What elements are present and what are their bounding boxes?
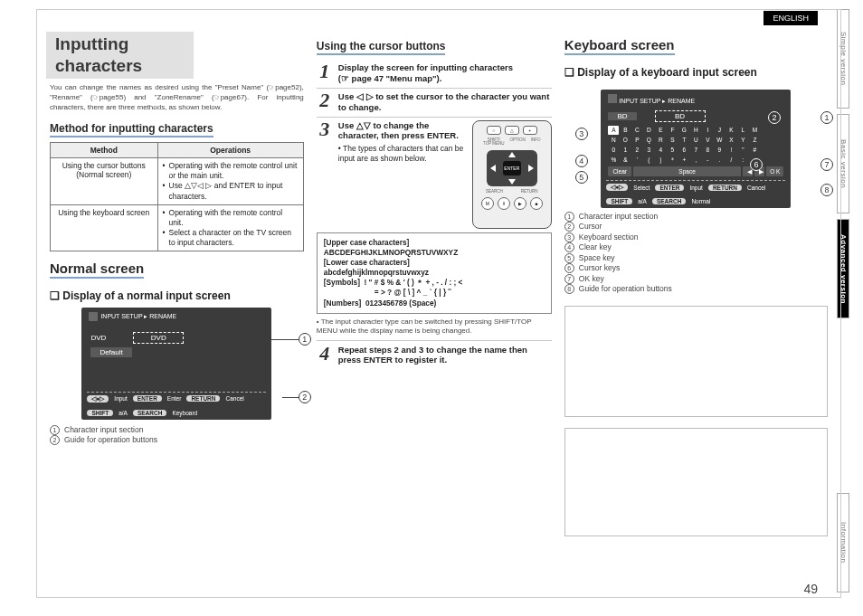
method-table: MethodOperations Using the cursor button… [50, 142, 304, 251]
page-frame: Inputting characters You can change the … [36, 9, 841, 598]
callout-4: 4 [575, 155, 588, 167]
remote-control-illustration: ○△+ SHIFT/TOP MENUOPTIONINFO ENTER SEARC… [472, 120, 552, 229]
normal-heading: Normal screen [50, 261, 144, 279]
callout-6: 6 [750, 158, 763, 171]
dpad: ENTER [487, 150, 537, 186]
callout-8: 8 [820, 184, 833, 196]
table-row: Using the keyboard screen Operating with… [51, 204, 304, 251]
callout-5: 5 [575, 171, 588, 184]
menu-icon [608, 94, 617, 103]
callout-1: 1 [299, 333, 311, 346]
remote-btn: ○ [487, 126, 501, 135]
method-heading: Method for inputting characters [50, 122, 213, 137]
arrow-right-icon [528, 165, 534, 172]
callout-7: 7 [820, 158, 833, 171]
normal-subheading: ❏ Display of a normal input screen [50, 289, 304, 303]
space-key: Space [633, 166, 741, 176]
normal-input-panel: INPUT SETUP ▸ RENAME DVDDVD Default ◁●▷I… [81, 308, 271, 420]
kb-operation-guide: ◁●▷Select ENTERInput RETURNCancel SHIFTa… [606, 180, 785, 204]
table-row: Using the cursor buttons (Normal screen)… [51, 158, 304, 204]
keyboard-heading: Keyboard screen [564, 37, 675, 55]
page-title: Inputting characters [46, 32, 194, 79]
step-1: 1 Display the screen for inputting chara… [317, 62, 552, 89]
input-value: DVD [133, 332, 184, 344]
intro-text: You can change the names as desired usin… [50, 83, 304, 112]
shift-note: • The input character type can be switch… [317, 317, 552, 336]
arrow-left-icon [490, 165, 496, 172]
arrow-down-icon [508, 179, 516, 185]
callout-1: 1 [820, 111, 833, 124]
keyboard-legend: 1Character input section 2Cursor 3Keyboa… [564, 212, 828, 295]
keyboard-input-panel: INPUT SETUP ▸ RENAME BD BD ABCDEFGHIJKLM… [601, 90, 791, 208]
callout-2: 2 [299, 391, 311, 403]
cursor-heading: Using the cursor buttons [317, 40, 446, 55]
enter-button: ENTER [503, 161, 521, 175]
character-types-box: [Upper case characters]ABCDEFGHIJKLMNOPQ… [317, 232, 552, 314]
column-middle: Using the cursor buttons 1 Display the s… [317, 17, 552, 590]
normal-legend: 1Character input section 2Guide for oper… [50, 425, 304, 446]
menu-icon [89, 312, 98, 321]
column-right: Keyboard screen ❏ Display of a keyboard … [564, 17, 828, 590]
step-3: 3 Use △▽ to change the character, then p… [317, 120, 552, 229]
kb-value: BD [655, 110, 706, 122]
lower-column-frame-b [564, 428, 828, 536]
callout-3: 3 [575, 128, 588, 140]
operation-guide: ◁●▷Input ENTEREnter RETURNCancel SHIFTa/… [87, 392, 266, 416]
lower-column-frame-a [564, 306, 828, 417]
default-button: Default [90, 347, 131, 357]
clear-key: Clear [608, 166, 631, 176]
ok-key: O K [766, 166, 783, 176]
column-left: Inputting characters You can change the … [50, 17, 304, 590]
step-2: 2 Use ◁ ▷ to set the cursor to the chara… [317, 91, 552, 118]
keyboard-subheading: ❏ Display of a keyboard input screen [564, 66, 828, 80]
arrow-up-icon [508, 152, 516, 157]
step-4: 4 Repeat steps 2 and 3 to change the nam… [317, 345, 552, 370]
callout-2: 2 [768, 111, 781, 124]
